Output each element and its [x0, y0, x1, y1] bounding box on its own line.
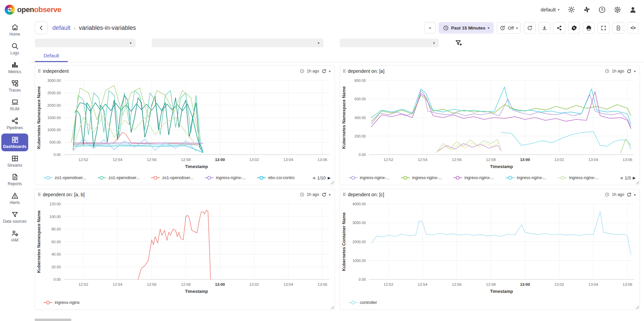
sidebar-item-iam[interactable]: IAM	[1, 227, 28, 245]
resize-handle-icon[interactable]	[636, 306, 639, 309]
print-button[interactable]	[583, 22, 595, 34]
tab-default[interactable]: Default	[35, 50, 68, 62]
panel-menu-icon[interactable]: ▾	[329, 193, 331, 197]
sidebar-item-label: Traces	[9, 88, 21, 93]
query-inspector-button[interactable]: <>	[627, 22, 639, 34]
resize-handle-icon[interactable]	[331, 306, 334, 309]
panel-legend: ingress-nginx-...ingress-nginx-...ingres…	[340, 173, 640, 185]
panel-refresh-icon[interactable]	[321, 192, 327, 197]
sidebar-item-data-sources[interactable]: Data sources	[1, 208, 28, 226]
sidebar-item-alerts[interactable]: Alerts	[1, 190, 28, 207]
breadcrumb-folder-link[interactable]: default	[52, 24, 70, 32]
line-chart[interactable]: 0.00200.00400.00600.00800.0012:5212:5412…	[340, 76, 640, 173]
drag-handle-icon[interactable]: ⠿	[343, 69, 345, 74]
back-button[interactable]	[35, 21, 48, 34]
panel-refresh-icon[interactable]	[627, 192, 632, 197]
export-download-button[interactable]	[539, 22, 550, 34]
legend-item[interactable]: zo1-openobser...	[44, 175, 86, 180]
sidebar-item-pipelines[interactable]: Pipelines	[1, 115, 28, 132]
drag-handle-icon[interactable]: ⠿	[38, 192, 40, 197]
svg-text:12:54: 12:54	[113, 158, 122, 162]
theme-toggle-icon[interactable]	[567, 6, 575, 13]
legend-item[interactable]: ingress-nginx-...	[349, 175, 390, 180]
svg-text:Kubernetes Container Name: Kubernetes Container Name	[341, 212, 346, 271]
line-chart[interactable]: 0.0020.0040.0060.0080.00100.00120.0012:5…	[35, 200, 335, 298]
legend-item[interactable]: controller	[349, 300, 377, 305]
resize-handle-icon[interactable]	[331, 181, 334, 184]
refresh-button[interactable]	[524, 22, 536, 34]
legend-item[interactable]: zo1-openobser...	[97, 175, 140, 180]
auto-refresh-button[interactable]: Off ▾	[497, 22, 521, 34]
panel-menu-icon[interactable]: ▾	[634, 193, 636, 197]
legend-item[interactable]: ingress-nginx-...	[453, 175, 494, 180]
legend-item[interactable]: ingress-nginx-...	[506, 175, 547, 180]
line-chart[interactable]: 0.001000.002000.003000.004000.0012:5212:…	[340, 200, 640, 298]
drag-handle-icon[interactable]: ⠿	[38, 69, 40, 74]
legend-next-icon[interactable]: ▶	[633, 176, 636, 180]
sidebar-item-traces[interactable]: Traces	[1, 77, 28, 95]
add-filter-icon[interactable]	[455, 39, 462, 47]
user-profile-icon[interactable]	[629, 6, 637, 13]
series-marker-icon	[97, 176, 106, 180]
sidebar-item-logs[interactable]: Logs	[1, 40, 28, 58]
svg-text:20.00: 20.00	[51, 265, 61, 269]
panel-refresh-icon[interactable]	[627, 69, 632, 74]
chevron-down-icon: ▾	[313, 41, 319, 45]
organization-selector[interactable]: default ▾	[541, 7, 559, 12]
variable-select-container[interactable]: ▾	[340, 39, 439, 47]
variable-select-namespace[interactable]: ▾	[35, 39, 136, 47]
sidebar-item-home[interactable]: Home	[1, 21, 28, 39]
panel-title: independent	[43, 68, 69, 74]
settings-gear-icon[interactable]	[614, 6, 621, 13]
svg-text:13:06: 13:06	[623, 158, 632, 162]
last-refreshed-label: 1h ago	[612, 69, 624, 73]
panel-refresh-icon[interactable]	[321, 69, 327, 74]
panel-menu-icon[interactable]: ▾	[634, 69, 636, 73]
sidebar-item-rum[interactable]: RUM	[1, 96, 28, 114]
svg-text:13:04: 13:04	[589, 158, 598, 162]
legend-item[interactable]: ebs-csi-contro	[257, 175, 295, 180]
legend-item[interactable]: ingress-nginx-...	[401, 175, 442, 180]
legend-item[interactable]: ingress-nginx	[44, 300, 80, 305]
add-panel-button[interactable]: +	[424, 22, 436, 34]
legend-prev-icon[interactable]: ◀	[620, 176, 623, 180]
share-button[interactable]	[553, 22, 565, 34]
svg-text:600.00: 600.00	[354, 97, 366, 101]
sidebar-item-dashboards[interactable]: Dashboards	[1, 133, 28, 151]
svg-text:40.00: 40.00	[51, 252, 61, 256]
svg-text:Kubernetes Namespace Name: Kubernetes Namespace Name	[36, 86, 41, 149]
sidebar-item-reports[interactable]: Reports	[1, 171, 28, 189]
sidebar-item-streams[interactable]: Streams	[1, 152, 28, 170]
legend-prev-icon[interactable]: ◀	[312, 176, 315, 180]
last-refreshed-clock-icon	[300, 192, 304, 197]
drag-handle-icon[interactable]: ⠿	[343, 192, 345, 197]
legend-label: ingress-nginx-...	[464, 175, 494, 180]
svg-text:13:04: 13:04	[589, 282, 598, 286]
fullscreen-button[interactable]	[598, 22, 609, 34]
help-icon[interactable]: ?	[598, 6, 606, 13]
panel-dependent-c: ⠿ dependent on: [c] 1h ago ▾ 0.001000.00…	[340, 189, 640, 310]
variable-select-pod[interactable]: ▾	[152, 39, 324, 47]
panel-menu-icon[interactable]: ▾	[329, 69, 331, 73]
svg-text:12:54: 12:54	[113, 282, 122, 286]
svg-text:12:52: 12:52	[384, 282, 393, 286]
export-json-button[interactable]	[612, 22, 624, 34]
sidebar-item-label: IAM	[11, 238, 18, 243]
svg-text:500.00: 500.00	[49, 140, 61, 144]
horizontal-scrollbar[interactable]	[35, 319, 71, 321]
legend-item[interactable]: zo1-openobser...	[151, 175, 193, 180]
legend-item[interactable]: ingress-nginx-...	[558, 175, 599, 180]
resize-handle-icon[interactable]	[636, 181, 639, 184]
svg-text:12:58: 12:58	[181, 158, 191, 162]
dashboard-settings-button[interactable]	[568, 22, 580, 34]
legend-next-icon[interactable]: ▶	[328, 176, 331, 180]
svg-text:0.00: 0.00	[359, 153, 366, 157]
legend-item[interactable]: ingress-nginx-...	[205, 175, 246, 180]
svg-text:12:58: 12:58	[181, 282, 191, 286]
line-chart[interactable]: 0.00500.001000.001500.002000.002500.0030…	[35, 76, 335, 173]
time-range-button[interactable]: Past 15 Minutes ▾	[439, 22, 494, 34]
organization-name: default	[541, 7, 556, 12]
svg-text:?: ?	[601, 8, 603, 12]
slack-icon[interactable]	[583, 6, 590, 13]
sidebar-item-metrics[interactable]: Metrics	[1, 59, 28, 76]
